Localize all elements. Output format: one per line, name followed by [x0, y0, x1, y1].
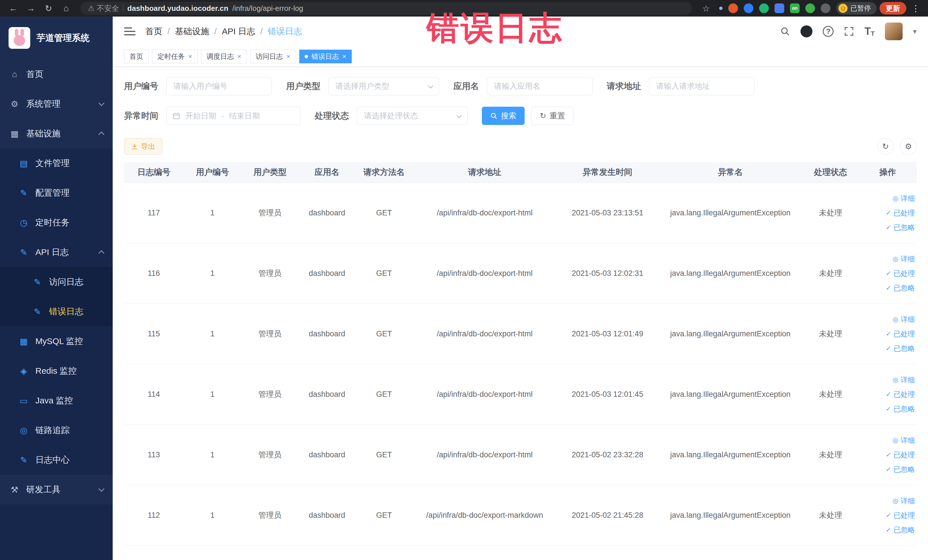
sidebar-item-trace[interactable]: ◎ 链路追踪 [0, 415, 113, 445]
select-placeholder: 请选择处理状态 [364, 111, 418, 121]
sidebar-item-log-center[interactable]: ✎ 日志中心 [0, 445, 113, 475]
processed-link[interactable]: ✓ 已处理 [886, 390, 915, 399]
search-icon[interactable] [780, 26, 790, 37]
ignored-link[interactable]: ✓ 已忽略 [886, 404, 915, 414]
tab-label: 访问日志 [256, 52, 283, 61]
user-id-input[interactable] [166, 77, 272, 95]
font-size-icon[interactable]: TT [864, 25, 875, 37]
processed-link[interactable]: ✓ 已处理 [886, 329, 915, 339]
sidebar-item-dev-tools[interactable]: ⚒ 研发工具 [0, 475, 113, 504]
tab-home[interactable]: 首页 [124, 50, 149, 63]
processed-link[interactable]: ✓ 已处理 [886, 511, 915, 520]
extension-icon-1[interactable] [728, 3, 738, 13]
extension-paw-icon[interactable] [821, 3, 830, 13]
processed-link[interactable]: ✓ 已处理 [886, 269, 915, 278]
eye-icon: ◎ [893, 195, 898, 202]
sidebar-logo[interactable]: 芋道管理系统 [0, 17, 113, 60]
detail-link[interactable]: ◎ 详细 [893, 375, 915, 385]
tab-access-log[interactable]: 访问日志 × [250, 50, 296, 63]
close-icon[interactable]: × [237, 53, 241, 60]
ignored-link[interactable]: ✓ 已忽略 [886, 525, 915, 535]
menu-fold-icon[interactable] [124, 27, 136, 35]
monitor-icon: ▭ [18, 396, 29, 406]
sidebar-item-java-monitor[interactable]: ▭ Java 监控 [0, 386, 113, 415]
cell-method: GET [356, 424, 412, 485]
tab-scheduled-tasks[interactable]: 定时任务 × [152, 50, 198, 63]
tab-error-log[interactable]: 错误日志 × [299, 50, 352, 63]
sidebar-item-config-management[interactable]: ✎ 配置管理 [0, 178, 113, 208]
browser-back-icon[interactable]: ← [6, 1, 21, 16]
extension-on-icon[interactable]: on [790, 3, 800, 13]
col-exception-name: 异常名 [658, 162, 803, 183]
breadcrumb-infrastructure[interactable]: 基础设施 [175, 26, 209, 37]
app-name-input[interactable] [487, 77, 592, 95]
user-avatar[interactable] [885, 23, 903, 40]
sidebar-item-access-log[interactable]: ✎ 访问日志 [0, 267, 113, 297]
extension-icon-2[interactable] [744, 3, 753, 13]
exception-time-label: 异常时间 [124, 110, 158, 122]
caret-down-icon[interactable]: ▾ [913, 27, 917, 36]
close-icon[interactable]: × [286, 53, 290, 60]
help-icon[interactable]: ? [823, 26, 833, 37]
extension-icon-3[interactable] [759, 3, 769, 13]
ignored-link[interactable]: ✓ 已忽略 [886, 223, 915, 232]
browser-home-icon[interactable]: ⌂ [59, 1, 73, 16]
profile-emoji-icon: ☺ [838, 4, 847, 13]
extension-icon-4[interactable] [774, 3, 784, 13]
request-url-input[interactable] [649, 77, 754, 95]
exception-time-range[interactable]: 开始日期 - 结束日期 [166, 107, 301, 125]
reset-button[interactable]: ↻ 重置 [531, 107, 573, 125]
error-log-table: 日志编号 用户编号 用户类型 应用名 请求方法名 请求地址 异常发生时间 异常名… [113, 162, 928, 560]
table-row: 115 1 管理员 dashboard GET /api/infra/db-do… [124, 304, 917, 364]
sidebar-item-mysql-monitor[interactable]: ▦ MySQL 监控 [0, 327, 113, 356]
ignored-link[interactable]: ✓ 已忽略 [886, 465, 915, 474]
search-button[interactable]: 搜索 [482, 107, 525, 125]
cell-method: GET [356, 485, 412, 545]
cell-exception-name: java.lang.IllegalArgumentException [658, 424, 803, 485]
detail-link[interactable]: ◎ 详细 [893, 496, 915, 505]
breadcrumb-home[interactable]: 首页 [145, 26, 162, 37]
close-icon[interactable]: × [188, 53, 192, 60]
processed-link[interactable]: ✓ 已处理 [886, 450, 915, 459]
browser-update-button[interactable]: 更新 [879, 2, 906, 15]
ignored-link[interactable]: ✓ 已忽略 [886, 344, 915, 353]
sidebar-item-system-management[interactable]: ⚙ 系统管理 [0, 89, 113, 119]
tab-schedule-log[interactable]: 调度日志 × [201, 50, 247, 63]
sidebar-item-redis-monitor[interactable]: ◈ Redis 监控 [0, 356, 113, 386]
browser-menu-icon[interactable]: ⋮ [909, 3, 922, 14]
cell-request-url: /api/infra/db-doc/export-html [412, 304, 557, 364]
browser-forward-icon[interactable]: → [23, 1, 38, 16]
github-icon[interactable] [800, 25, 812, 37]
close-icon[interactable]: × [342, 53, 346, 60]
table-refresh-button[interactable]: ↻ [877, 138, 894, 155]
sidebar-item-error-log[interactable]: ✎ 错误日志 [0, 297, 113, 327]
cell-request-url: /api/infra/db-doc/export-html [412, 364, 557, 424]
cell-user-type: 管理员 [241, 304, 298, 364]
user-type-select[interactable]: 请选择用户类型 [328, 77, 439, 95]
sidebar-item-infrastructure[interactable]: ▦ 基础设施 [0, 119, 113, 148]
breadcrumb-api-log[interactable]: API 日志 [222, 26, 255, 37]
sidebar-item-scheduled-tasks[interactable]: ◷ 定时任务 [0, 208, 113, 237]
process-status-select[interactable]: 请选择处理状态 [357, 107, 467, 125]
extension-icon-5[interactable] [805, 3, 815, 13]
bookmark-star-icon[interactable]: ☆ [699, 1, 713, 16]
address-bar[interactable]: ⚠ 不安全 dashboard.yudao.iocoder.cn/infra/l… [81, 2, 692, 15]
profile-paused-chip[interactable]: ☺ 已暂停 [836, 2, 877, 15]
sidebar-item-home[interactable]: ⌂ 首页 [0, 60, 113, 89]
sidebar-item-api-log[interactable]: ✎ API 日志 [0, 237, 113, 267]
page-header: 首页 / 基础设施 / API 日志 / 错误日志 ? [113, 17, 928, 46]
grid-icon: ▦ [18, 336, 29, 346]
export-button[interactable]: 导出 [124, 138, 162, 155]
detail-link[interactable]: ◎ 详细 [893, 254, 915, 264]
sidebar-item-label: 基础设施 [26, 128, 61, 139]
fullscreen-icon[interactable] [844, 26, 854, 37]
ignored-link[interactable]: ✓ 已忽略 [886, 283, 915, 293]
sidebar-item-file-management[interactable]: ▤ 文件管理 [0, 148, 113, 178]
detail-link[interactable]: ◎ 详细 [893, 436, 915, 445]
detail-link[interactable]: ◎ 详细 [893, 194, 915, 203]
detail-link[interactable]: ◎ 详细 [893, 315, 915, 324]
processed-link[interactable]: ✓ 已处理 [886, 208, 915, 218]
browser-reload-icon[interactable]: ↻ [41, 1, 56, 16]
table-settings-button[interactable]: ⚙ [900, 138, 917, 155]
cell-method: GET [356, 304, 412, 364]
